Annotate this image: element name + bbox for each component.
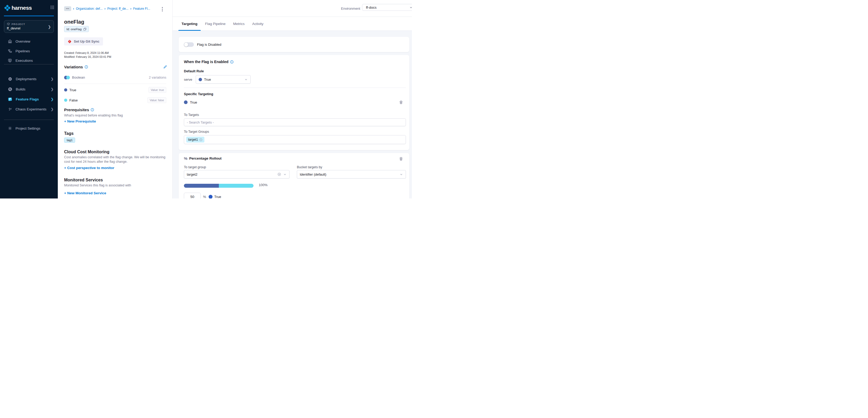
variation-name: False	[69, 98, 78, 102]
sidebar-divider	[4, 120, 54, 120]
prerequisites-heading-text: Prerequisites	[64, 108, 89, 112]
app-window: harness PROJECT ff_devrel ❯ Overview Pip…	[0, 0, 412, 199]
harness-logo-icon	[4, 5, 10, 11]
targeting-body: Flag is Disabled When the Flag is Enable…	[173, 31, 412, 199]
clear-selection-icon[interactable]	[277, 173, 281, 176]
gear-icon	[8, 126, 12, 130]
rollout-false-segment	[219, 184, 254, 188]
module-grid-icon[interactable]	[51, 5, 54, 10]
target-groups-input[interactable]: target1	[184, 135, 406, 144]
sidebar: harness PROJECT ff_devrel ❯ Overview Pip…	[0, 0, 58, 199]
rollout-target-group-label: To target group	[184, 166, 206, 169]
variation-true-dot	[184, 100, 188, 104]
chevron-right-icon: ›	[104, 7, 105, 10]
cost-perspective-button[interactable]: + Cost perspective to monitor	[64, 166, 114, 170]
delete-rule-icon[interactable]	[399, 100, 403, 104]
breadcrumb-ellipsis[interactable]: •••	[64, 6, 71, 11]
copy-icon[interactable]	[83, 28, 87, 31]
rollout-total-label: 100%	[259, 183, 268, 187]
sidebar-item-chaos-experiments[interactable]: Chaos Experiments ❯	[0, 104, 58, 114]
cloud-cost-heading: Cloud Cost Monitoring	[64, 150, 109, 154]
variation-false-dot	[64, 98, 67, 102]
info-icon[interactable]	[230, 60, 234, 64]
environment-label: Environment	[341, 6, 360, 10]
breadcrumb-feature-flags[interactable]: Feature Fl...	[133, 7, 150, 10]
targeting-panel: Environment ff-docs Targeting Flag Pipel…	[173, 0, 412, 199]
target-group-chip: target1	[186, 137, 205, 143]
monitored-services-description: Monitored Services this flag is associat…	[64, 183, 166, 188]
tab-metrics[interactable]: Metrics	[230, 17, 248, 30]
specific-targeting-heading: Specific Targeting	[184, 92, 213, 96]
new-monitored-service-button[interactable]: + New Monitored Service	[64, 191, 106, 195]
tab-activity[interactable]: Activity	[249, 17, 267, 30]
sidebar-item-label: Pipelines	[16, 49, 30, 53]
prerequisites-heading: Prerequisites	[64, 108, 94, 112]
sidebar-item-overview[interactable]: Overview	[0, 37, 58, 46]
prerequisites-description: What's required before enabling this fla…	[64, 113, 166, 118]
bucket-targets-value: Identifier (default)	[300, 173, 326, 176]
chevron-right-icon: ❯	[51, 107, 54, 111]
rollout-target-group-value: target2	[187, 173, 197, 176]
sidebar-item-label: Feature Flags	[16, 97, 39, 101]
to-target-groups-label: To Target Groups	[184, 130, 209, 133]
project-label: PROJECT	[11, 23, 25, 26]
breadcrumb-organization[interactable]: Organization: def...	[76, 7, 102, 10]
new-prerequisite-button[interactable]: + New Prerequisite	[64, 119, 96, 123]
flag-id-chip: Id: oneFlag	[64, 26, 89, 32]
tab-flag-pipeline[interactable]: Flag Pipeline	[202, 17, 229, 30]
boolean-type-icon	[64, 76, 70, 80]
sidebar-item-label: Chaos Experiments	[16, 107, 46, 111]
tab-targeting[interactable]: Targeting	[178, 17, 201, 30]
info-icon[interactable]	[91, 108, 94, 112]
specific-targeting-rule-row: True	[184, 100, 403, 104]
bucket-targets-label: Bucket targets by	[297, 166, 322, 169]
harness-wordmark: harness	[11, 5, 32, 11]
sidebar-item-label: Executions	[16, 59, 33, 63]
serve-label: serve	[184, 78, 192, 82]
weight-value-input[interactable]	[184, 193, 201, 199]
search-targets-input[interactable]	[184, 118, 406, 126]
created-date: Created: February 8, 2024 11:06 AM	[64, 51, 109, 54]
target-group-chip-label: target1	[188, 138, 198, 142]
variations-heading-text: Variations	[64, 65, 83, 69]
serve-variation-select[interactable]: True	[196, 75, 251, 84]
flag-detail-panel: ••• › Organization: def... › Project: ff…	[58, 0, 173, 199]
sidebar-item-label: Deployments	[16, 77, 36, 81]
cube-icon	[7, 22, 10, 26]
sidebar-item-pipelines[interactable]: Pipelines	[0, 47, 58, 56]
kebab-menu-icon[interactable]	[162, 7, 163, 12]
executions-icon	[8, 58, 12, 63]
flag-tabs: Targeting Flag Pipeline Metrics Activity	[173, 17, 412, 31]
environment-header: Environment ff-docs	[173, 0, 412, 17]
flag-toggle-card: Flag is Disabled	[179, 37, 409, 52]
enabled-heading-text: When the Flag is Enabled	[184, 60, 228, 64]
sidebar-item-executions[interactable]: Executions	[0, 56, 58, 65]
breadcrumb-project[interactable]: Project: ff_de...	[107, 7, 128, 10]
percentage-rollout-heading: % Percentage Rollout	[184, 156, 221, 161]
remove-chip-icon[interactable]	[199, 138, 203, 142]
sidebar-item-builds[interactable]: Builds ❯	[0, 85, 58, 94]
serve-value: True	[204, 78, 211, 82]
edit-variations-icon[interactable]	[163, 65, 167, 70]
project-selector[interactable]: PROJECT ff_devrel ❯	[4, 20, 54, 33]
variation-true-dot	[209, 195, 213, 199]
variations-heading: Variations	[64, 65, 88, 69]
sidebar-item-deployments[interactable]: Deployments ❯	[0, 74, 58, 83]
environment-select[interactable]: ff-docs	[362, 4, 412, 11]
sidebar-item-label: Overview	[16, 39, 30, 43]
bucket-targets-select[interactable]: Identifier (default)	[297, 170, 406, 179]
set-up-git-sync-button[interactable]: Set Up Git Sync	[64, 37, 103, 46]
tag-chip[interactable]: tag1	[64, 138, 75, 143]
git-sync-label: Set Up Git Sync	[74, 39, 99, 43]
flag-enabled-toggle[interactable]	[184, 42, 194, 47]
chevron-down-icon	[400, 173, 403, 176]
variation-count: 2 variations	[149, 76, 166, 80]
rollout-target-group-select[interactable]: target2	[184, 170, 289, 179]
sidebar-item-feature-flags[interactable]: Feature Flags ❯	[0, 95, 58, 103]
chevron-right-icon: ❯	[48, 25, 51, 29]
sidebar-item-project-settings[interactable]: Project Settings	[0, 124, 58, 133]
git-icon	[67, 39, 72, 43]
weight-percent-sign: %	[203, 195, 206, 199]
delete-rollout-icon[interactable]	[399, 157, 403, 162]
info-icon[interactable]	[85, 65, 88, 69]
